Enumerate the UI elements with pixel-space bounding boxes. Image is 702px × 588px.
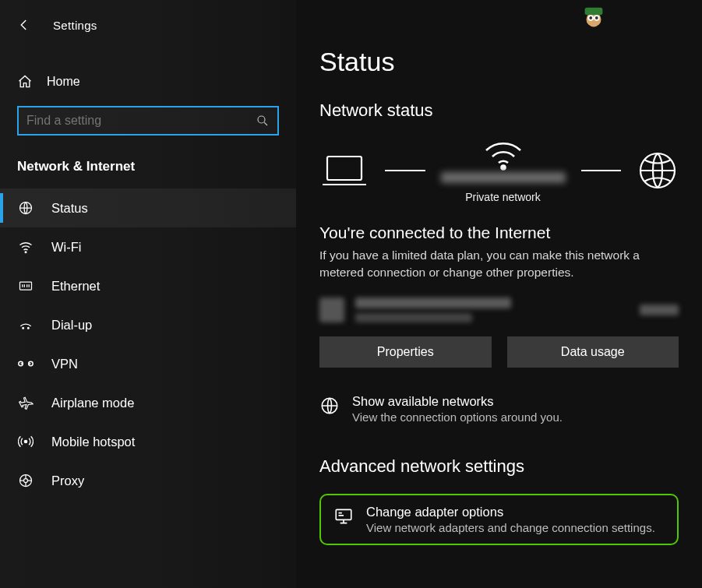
change-adapter-title: Change adapter options (366, 505, 655, 519)
connection-name-blurred (355, 298, 511, 308)
sidebar: Settings Home Network & Internet Status … (0, 0, 296, 588)
network-diagram: Private network (319, 138, 679, 203)
sidebar-item-label: Ethernet (51, 279, 100, 294)
sidebar-item-label: Wi-Fi (51, 240, 81, 255)
nav-vpn[interactable]: VPN (0, 344, 296, 383)
back-icon[interactable] (17, 18, 31, 32)
svg-point-15 (589, 16, 592, 19)
connected-subtext: If you have a limited data plan, you can… (319, 247, 670, 282)
dialup-icon (17, 317, 34, 333)
search-box[interactable] (17, 106, 279, 136)
svg-point-4 (23, 327, 24, 329)
connection-icon-blurred (319, 298, 344, 322)
diagram-connector (581, 170, 622, 171)
private-network-label: Private network (465, 191, 540, 203)
connection-usage-blurred (640, 305, 679, 315)
wifi-large-icon (482, 138, 525, 172)
nav-ethernet[interactable]: Ethernet (0, 266, 296, 305)
svg-rect-21 (336, 509, 351, 519)
sidebar-item-label: Mobile hotspot (51, 435, 135, 449)
nav-airplane[interactable]: Airplane mode (0, 383, 296, 422)
main: Status Network status Private network Yo… (296, 0, 702, 588)
svg-point-2 (25, 252, 26, 253)
nav-hotspot[interactable]: Mobile hotspot (0, 422, 296, 461)
page-title: Status (319, 47, 679, 77)
svg-rect-17 (327, 157, 362, 180)
svg-point-16 (595, 16, 598, 19)
home-link[interactable]: Home (0, 70, 296, 93)
sidebar-header: Settings (0, 14, 296, 36)
svg-rect-12 (585, 8, 603, 16)
search-icon (256, 114, 270, 128)
avatar-badge-icon (579, 3, 609, 33)
diagram-connector (385, 170, 425, 171)
properties-button[interactable]: Properties (319, 336, 492, 368)
advanced-heading: Advanced network settings (319, 456, 679, 477)
hotspot-icon (17, 434, 34, 449)
svg-point-5 (28, 327, 30, 329)
adapter-icon (333, 505, 354, 526)
available-networks-sub: View the connection options around you. (352, 410, 563, 424)
change-adapter-sub: View network adapters and change connect… (366, 521, 655, 534)
available-networks-title: Show available networks (352, 394, 563, 409)
proxy-icon (17, 473, 34, 488)
sidebar-item-label: Proxy (51, 474, 84, 488)
sidebar-item-label: Dial-up (51, 318, 92, 333)
search-input[interactable] (26, 114, 256, 128)
nav: Status Wi-Fi Ethernet Dial-up VPN (0, 188, 296, 500)
svg-point-10 (24, 479, 28, 483)
home-icon (17, 74, 33, 90)
data-usage-button[interactable]: Data usage (507, 336, 679, 368)
laptop-icon (319, 152, 369, 189)
globe-icon (17, 200, 34, 216)
nav-wifi[interactable]: Wi-Fi (0, 227, 296, 266)
show-available-networks[interactable]: Show available networks View the connect… (319, 394, 679, 424)
sidebar-item-label: Status (51, 201, 88, 216)
globe-icon (319, 394, 340, 416)
nav-status[interactable]: Status (0, 188, 296, 227)
svg-point-8 (24, 440, 26, 442)
network-status-heading: Network status (319, 100, 679, 121)
nav-proxy[interactable]: Proxy (0, 461, 296, 500)
vpn-icon (17, 357, 34, 370)
section-title: Network & Internet (0, 136, 296, 182)
change-adapter-options[interactable]: Change adapter options View network adap… (319, 494, 679, 545)
button-row: Properties Data usage (319, 336, 679, 368)
sidebar-item-label: Airplane mode (51, 396, 134, 410)
connection-period-blurred (355, 313, 472, 322)
nav-dialup[interactable]: Dial-up (0, 305, 296, 344)
network-name-blurred (441, 172, 566, 183)
home-label: Home (47, 75, 80, 89)
svg-point-18 (501, 166, 505, 170)
connected-heading: You're connected to the Internet (319, 224, 679, 242)
sidebar-item-label: VPN (51, 357, 78, 371)
ethernet-icon (17, 278, 34, 294)
settings-title: Settings (53, 19, 97, 32)
connection-card (319, 298, 679, 322)
svg-rect-3 (20, 282, 32, 290)
airplane-icon (17, 395, 34, 410)
globe-large-icon (637, 150, 679, 192)
svg-point-0 (258, 116, 265, 123)
wifi-icon (17, 239, 34, 255)
